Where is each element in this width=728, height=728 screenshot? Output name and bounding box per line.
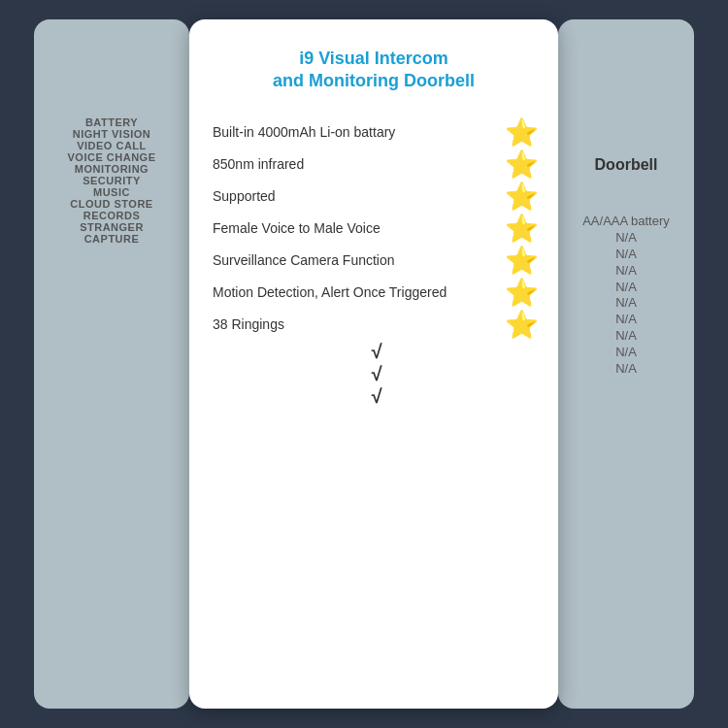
label-battery: BATTERY	[34, 116, 189, 128]
center-cell-voice: Female Voice to Male Voice⭐	[189, 213, 558, 245]
center-cell-security: Motion Detection, Alert Once Triggered⭐	[189, 277, 558, 309]
label-security: SECURITY	[34, 175, 189, 186]
right-title: Doorbell	[595, 156, 658, 174]
star-security: ⭐	[505, 277, 539, 309]
center-cell-music: 38 Ringings⭐	[189, 309, 558, 341]
center-cell-night: 850nm infrared⭐	[189, 149, 558, 181]
label-video: VIDEO CALL	[34, 140, 189, 151]
label-voice: VOICE CHANGE	[34, 151, 189, 163]
right-cell-security: N/A	[558, 295, 694, 312]
center-text-music: 38 Ringings	[213, 315, 505, 333]
right-cell-records: N/A	[558, 345, 694, 361]
center-text-battery: Built-in 4000mAh Li-on battary	[213, 123, 505, 141]
right-cell-music: N/A	[558, 312, 694, 328]
star-night: ⭐	[505, 149, 539, 181]
center-cell-battery: Built-in 4000mAh Li-on battary⭐	[189, 116, 558, 149]
right-column: Doorbell AA/AAA batteryN/AN/AN/AN/AN/AN/…	[558, 19, 694, 709]
right-text-video: N/A	[615, 247, 637, 263]
right-cell-voice: N/A	[558, 263, 694, 280]
label-cloud: CLOUD STORE	[34, 198, 189, 210]
label-records: RECORDS	[34, 210, 189, 221]
center-text-voice: Female Voice to Male Voice	[213, 219, 505, 237]
right-text-night: N/A	[615, 230, 637, 247]
right-text-cloud: N/A	[615, 328, 637, 345]
center-cell-video: Supported⭐	[189, 181, 558, 213]
right-text-records: N/A	[615, 345, 637, 361]
right-cell-monitoring: N/A	[558, 280, 694, 296]
comparison-table: BATTERYNIGHT VISIONVIDEO CALLVOICE CHANG…	[34, 19, 694, 709]
center-text-video: Supported	[213, 187, 505, 205]
right-cell-night: N/A	[558, 230, 694, 247]
center-text-security: Motion Detection, Alert Once Triggered	[213, 283, 505, 301]
right-cell-cloud: N/A	[558, 328, 694, 345]
center-cell-records: √	[189, 363, 558, 385]
right-text-security: N/A	[615, 295, 637, 312]
center-cell-stranger: √	[189, 385, 558, 408]
label-stranger: STRANGER CAPTURE	[34, 221, 189, 245]
right-text-music: N/A	[615, 312, 637, 328]
center-cell-monitoring: Surveillance Camera Function⭐	[189, 245, 558, 277]
right-text-voice: N/A	[615, 263, 637, 280]
right-text-battery: AA/AAA battery	[582, 214, 670, 230]
right-cell-stranger: N/A	[558, 361, 694, 378]
checkmark-records: √	[371, 363, 381, 385]
left-column: BATTERYNIGHT VISIONVIDEO CALLVOICE CHANG…	[34, 19, 189, 709]
center-title: i9 Visual Intercom and Monitoring Doorbe…	[273, 48, 475, 93]
star-monitoring: ⭐	[505, 245, 539, 277]
label-monitoring: MONITORING	[34, 163, 189, 175]
right-cell-battery: AA/AAA battery	[558, 214, 694, 230]
center-header: i9 Visual Intercom and Monitoring Doorbe…	[189, 19, 558, 116]
star-video: ⭐	[505, 181, 539, 213]
star-voice: ⭐	[505, 213, 539, 245]
label-night: NIGHT VISION	[34, 128, 189, 140]
center-cell-cloud: √	[189, 341, 558, 363]
star-music: ⭐	[505, 309, 539, 341]
star-battery: ⭐	[505, 116, 539, 149]
right-cell-video: N/A	[558, 247, 694, 263]
right-text-monitoring: N/A	[615, 280, 637, 296]
right-text-stranger: N/A	[615, 361, 637, 378]
center-text-monitoring: Surveillance Camera Function	[213, 251, 505, 269]
center-column: i9 Visual Intercom and Monitoring Doorbe…	[189, 19, 558, 709]
checkmark-stranger: √	[371, 385, 381, 408]
label-music: MUSIC	[34, 186, 189, 198]
center-text-night: 850nm infrared	[213, 155, 505, 173]
right-header: Doorbell	[558, 116, 694, 214]
checkmark-cloud: √	[371, 341, 381, 363]
